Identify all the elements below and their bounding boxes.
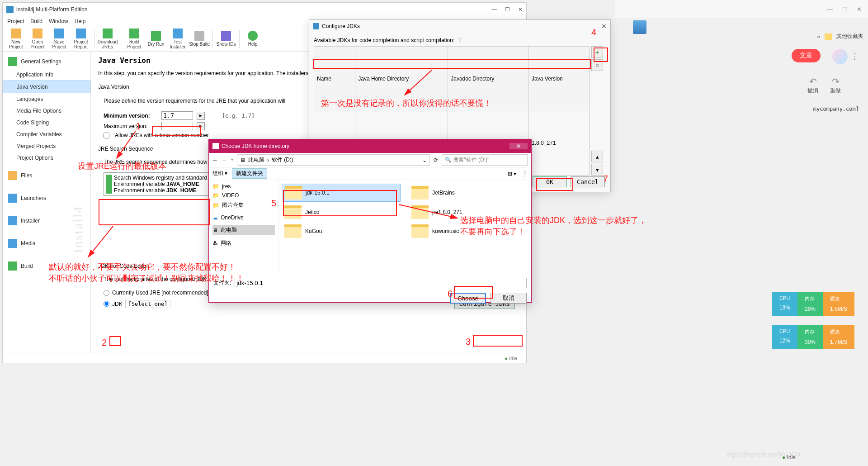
organize-button[interactable]: 组织 ▾ <box>212 170 227 177</box>
folder-jetbrains[interactable]: JetBrains <box>410 184 528 202</box>
choose-button[interactable]: Choose <box>450 293 486 304</box>
menu-window[interactable]: Window <box>49 18 68 24</box>
publish-button[interactable]: 文章 <box>792 49 821 62</box>
folder-icon <box>825 33 832 40</box>
min-version-input[interactable] <box>161 111 193 120</box>
show-ids-button[interactable]: Show IDs <box>216 27 236 51</box>
sidebar-launchers[interactable]: Launchers <box>3 191 90 205</box>
open-project-button[interactable]: Open Project <box>27 27 48 51</box>
sidebar-files[interactable]: Files <box>3 168 90 183</box>
menu-project[interactable]: Project <box>7 18 24 24</box>
save-icon[interactable] <box>633 20 646 34</box>
status-text: Idle <box>509 356 517 361</box>
cancel-button[interactable]: Cancel <box>571 176 605 187</box>
radio-current-jre-label: Currently Used JRE [not recommended] <box>112 290 208 296</box>
browser-minimize[interactable]: — <box>827 6 833 13</box>
tree-video: 📁VIDEO <box>212 191 275 200</box>
sidebar-item-java-version[interactable]: Java Version <box>3 81 90 93</box>
close-button[interactable]: ✕ <box>518 6 523 13</box>
redo-button[interactable]: ↷重做 <box>830 76 841 95</box>
file-dialog-close-button[interactable]: ✕ <box>509 143 528 149</box>
maximize-button[interactable]: ☐ <box>505 6 510 13</box>
menu-help[interactable]: Help <box>75 18 86 24</box>
new-project-button[interactable]: New Project <box>5 27 26 51</box>
show-more-button[interactable]: » <box>817 33 820 40</box>
system-gauge-a: CPU13% 内存29% 硬盘1.5M/S <box>772 292 854 316</box>
file-dialog-icon <box>212 143 219 149</box>
max-version-input[interactable] <box>161 122 193 130</box>
folder-list: jdk-15.0.1 JetBrains Jetico jre1.8.0_271… <box>279 180 531 275</box>
dry-run-button[interactable]: Dry Run <box>146 27 166 51</box>
remove-jdk-button[interactable]: ✕ <box>591 59 603 71</box>
build-project-button[interactable]: Build Project <box>124 27 145 51</box>
folder-kugou[interactable]: KuGou <box>283 223 401 240</box>
sidebar-general-settings[interactable]: General Settings <box>3 54 90 69</box>
file-help-button[interactable]: ❔ <box>521 171 528 177</box>
help-button[interactable]: Help <box>242 27 263 51</box>
available-jdks-label: Available JDKs for code completion and s… <box>314 37 454 43</box>
nav-fwd-button[interactable]: → <box>222 157 227 163</box>
jdk-select[interactable]: [Select one] <box>125 300 171 308</box>
kebab-menu[interactable]: ⋮ <box>851 52 859 62</box>
nav-back-button[interactable]: ← <box>212 157 218 163</box>
browser-window-controls: — ☐ ✕ <box>615 0 868 18</box>
add-jdk-button[interactable]: + <box>591 46 603 58</box>
refresh-button[interactable]: ⟳ <box>434 157 438 163</box>
save-project-button[interactable]: Save Project <box>49 27 70 51</box>
folder-jdk15[interactable]: jdk-15.0.1 <box>283 184 401 202</box>
nav-up-button[interactable]: ↑ <box>231 157 233 163</box>
sidebar-item-compiler-variables[interactable]: Compiler Variables <box>3 128 90 140</box>
sidebar-item-languages[interactable]: Languages <box>3 93 90 105</box>
min-version-dropdown[interactable]: ▸ <box>197 112 205 120</box>
code-snippet: mycompany.com] <box>813 106 859 112</box>
minimize-button[interactable]: — <box>491 6 497 13</box>
file-chooser-dialog: Choose JDK home directory ✕ ← → ↑ 🖥此电脑›软… <box>208 139 532 303</box>
view-button[interactable]: ⊞ ▾ <box>508 171 516 177</box>
browser-close[interactable]: ✕ <box>857 6 862 13</box>
max-version-dropdown[interactable]: ▸ <box>197 122 205 130</box>
folder-kuwomusic[interactable]: kuwomusic <box>410 223 528 240</box>
allow-beta-label: Allow JREs with a beta version number <box>115 132 209 138</box>
min-version-example: [e.g. 1.7] <box>222 113 255 119</box>
sidebar: General Settings Application Info Java V… <box>3 52 91 353</box>
menu-build[interactable]: Build <box>30 18 42 24</box>
folder-tree[interactable]: 📁jres 📁VIDEO 📁图片合集 ☁OneDrive 🖥此电脑 🖧网络 <box>209 180 279 275</box>
ok-button[interactable]: OK <box>533 176 567 187</box>
folder-input[interactable] <box>235 278 527 288</box>
min-version-label: Minimum version: <box>104 113 158 119</box>
new-folder-button[interactable]: 新建文件夹 <box>232 168 267 179</box>
sidebar-item-merged-projects[interactable]: Merged Projects <box>3 140 90 152</box>
other-bookmarks[interactable]: 其他收藏夹 <box>836 33 863 40</box>
dialog-close-button[interactable]: ✕ <box>601 23 607 30</box>
move-up-button[interactable]: ▴ <box>591 151 603 162</box>
sidebar-item-code-signing[interactable]: Code Signing <box>3 117 90 128</box>
sidebar-build[interactable]: Build <box>3 259 90 273</box>
project-report-button[interactable]: Project Report <box>71 27 91 51</box>
download-jres-button[interactable]: Download JREs <box>97 27 118 51</box>
breadcrumb[interactable]: 🖥此电脑›软件 (D:)⌄ <box>237 154 430 166</box>
system-gauge-b: CPU12% 内存30% 硬盘1.7M/S <box>772 325 854 349</box>
status-bar: ● Idle <box>3 353 526 363</box>
sidebar-item-media-file-options[interactable]: Media File Options <box>3 105 90 117</box>
app-icon <box>6 6 14 13</box>
user-avatar[interactable] <box>832 49 848 64</box>
tree-this-pc: 🖥此电脑 <box>212 225 275 235</box>
test-installer-button[interactable]: Test Installer <box>167 27 188 51</box>
tree-pictures: 📁图片合集 <box>212 200 275 210</box>
undo-button[interactable]: ↶撤消 <box>807 76 818 95</box>
file-cancel-button[interactable]: 取消 <box>491 293 527 304</box>
stop-build-button[interactable]: Stop Build <box>189 27 210 51</box>
sidebar-item-application-info[interactable]: Application Info <box>3 69 90 81</box>
sidebar-item-project-options[interactable]: Project Options <box>3 152 90 164</box>
allow-beta-checkbox[interactable] <box>104 133 109 138</box>
radio-current-jre[interactable] <box>104 290 109 296</box>
move-down-button[interactable]: ▾ <box>591 164 603 176</box>
folder-jre18[interactable]: jre1.8.0_271 <box>410 204 528 221</box>
search-input[interactable]: 🔍 搜索"软件 (D:)" <box>442 154 528 166</box>
folder-jetico[interactable]: Jetico <box>283 204 401 221</box>
max-version-label: Maximum version: <box>104 123 158 129</box>
radio-jdk[interactable] <box>104 301 109 307</box>
tree-onedrive: ☁OneDrive <box>212 213 275 222</box>
browser-maximize[interactable]: ☐ <box>842 6 848 13</box>
dialog-icon <box>313 23 319 29</box>
